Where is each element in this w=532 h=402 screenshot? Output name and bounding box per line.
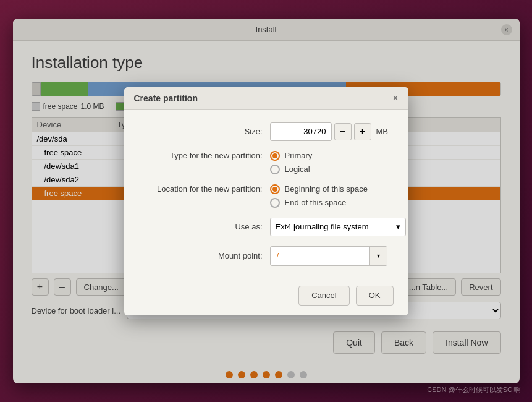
use-as-dropdown-icon: ▾ bbox=[396, 222, 400, 231]
use-as-label: Use as: bbox=[139, 222, 263, 231]
location-beginning-option[interactable]: Beginning of this space bbox=[270, 184, 368, 194]
dialog-footer: Cancel OK bbox=[124, 278, 408, 315]
mount-point-input[interactable] bbox=[271, 247, 369, 265]
partition-type-group: Primary Logical bbox=[270, 151, 313, 174]
cancel-button[interactable]: Cancel bbox=[298, 286, 349, 306]
type-primary-option[interactable]: Primary bbox=[270, 151, 313, 161]
watermark: CSDN @什么时候可以发SCI啊 bbox=[427, 385, 521, 395]
location-beginning-radio[interactable] bbox=[270, 184, 280, 194]
mount-dropdown-button[interactable]: ▾ bbox=[369, 247, 387, 265]
partition-location-group: Beginning of this space End of this spac… bbox=[270, 184, 368, 208]
location-label: Location for the new partition: bbox=[139, 184, 263, 194]
dialog-title: Create partition bbox=[134, 93, 198, 103]
dialog-close-button[interactable]: × bbox=[392, 93, 398, 103]
use-as-select[interactable]: Ext4 journaling file system ▾ bbox=[270, 218, 406, 236]
mount-input-group: ▾ bbox=[270, 246, 387, 266]
location-end-option[interactable]: End of this space bbox=[270, 198, 368, 208]
dialog-body: Size: − + MB Type for the new partition: bbox=[124, 110, 408, 278]
use-as-row: Use as: Ext4 journaling file system ▾ bbox=[139, 218, 394, 236]
size-unit: MB bbox=[376, 127, 389, 136]
ok-button[interactable]: OK bbox=[356, 286, 394, 306]
size-decrease-button[interactable]: − bbox=[334, 123, 352, 140]
location-beginning-label: Beginning of this space bbox=[285, 184, 368, 194]
type-logical-radio[interactable] bbox=[270, 165, 280, 174]
create-partition-dialog: Create partition × Size: − + MB bbox=[124, 87, 408, 315]
use-as-value: Ext4 journaling file system bbox=[276, 222, 369, 231]
type-logical-option[interactable]: Logical bbox=[270, 165, 313, 174]
size-increase-button[interactable]: + bbox=[354, 123, 371, 140]
size-row: Size: − + MB bbox=[139, 122, 394, 141]
type-primary-label: Primary bbox=[285, 151, 313, 160]
size-input-group: − + MB bbox=[270, 122, 389, 141]
mount-point-label: Mount point: bbox=[139, 251, 263, 260]
type-logical-label: Logical bbox=[285, 165, 310, 174]
dialog-overlay: Create partition × Size: − + MB bbox=[13, 19, 520, 383]
location-end-label: End of this space bbox=[285, 198, 347, 207]
location-end-radio[interactable] bbox=[270, 198, 280, 208]
location-row: Location for the new partition: Beginnin… bbox=[139, 184, 394, 208]
type-label: Type for the new partition: bbox=[139, 151, 263, 160]
type-primary-radio[interactable] bbox=[270, 151, 280, 161]
size-input[interactable] bbox=[270, 122, 332, 141]
size-label: Size: bbox=[139, 127, 263, 136]
main-window: Install × Installation type free space 1… bbox=[13, 19, 520, 383]
dialog-title-bar: Create partition × bbox=[124, 87, 408, 110]
type-row: Type for the new partition: Primary Logi… bbox=[139, 151, 394, 174]
mount-point-row: Mount point: ▾ bbox=[139, 246, 394, 266]
